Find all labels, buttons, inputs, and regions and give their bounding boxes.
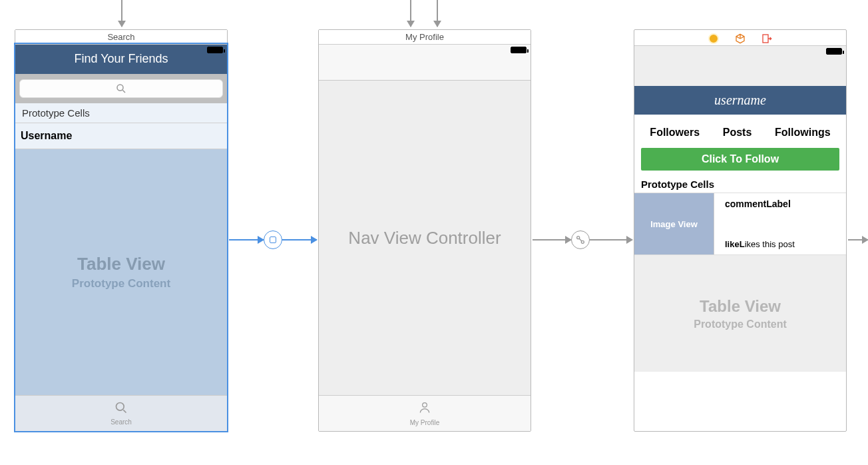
username-title: username [714, 93, 766, 107]
segue-arrow-down-1 [121, 0, 122, 27]
scene-my-profile-content[interactable]: Nav View Controller My Profile [319, 44, 531, 431]
segue-node-2[interactable] [571, 231, 590, 249]
nav-view-controller-label: Nav View Controller [319, 81, 531, 395]
battery-icon [826, 48, 842, 55]
image-view-placeholder: Image View [634, 193, 714, 254]
storyboard-canvas[interactable]: Search Find Your Friends Prototype Cells… [0, 0, 868, 465]
battery-icon [207, 47, 223, 53]
table-view-placeholder: Table View Prototype Content [634, 255, 846, 372]
nav-bar-plain [319, 45, 531, 81]
posts-label[interactable]: Posts [723, 127, 752, 139]
segue-arrow-1-right [282, 239, 317, 240]
segue-arrow-2-left [533, 239, 571, 240]
stats-row: Followers Posts Followings [634, 115, 846, 148]
table-view-placeholder: Table View Prototype Content [15, 149, 227, 395]
present-modally-icon [270, 236, 276, 243]
nav-bar-username: username [634, 86, 846, 115]
likes-row: likeLikes this post [725, 239, 841, 249]
profile-tab-label: My Profile [410, 419, 439, 426]
likes-count-label: likeL [725, 239, 745, 249]
tableview-subtitle: Prototype Content [694, 318, 787, 330]
svg-point-0 [117, 85, 123, 91]
tab-bar[interactable]: My Profile [319, 395, 531, 431]
tableview-title: Table View [77, 254, 165, 274]
segue-node-1[interactable] [264, 231, 282, 249]
svg-point-4 [423, 403, 427, 408]
search-tab-label: Search [110, 418, 132, 426]
svg-point-2 [116, 403, 124, 411]
exit-icon[interactable] [761, 33, 772, 44]
profile-tab-icon [418, 400, 431, 418]
scene-user-profile-content[interactable]: username Followers Posts Followings Clic… [634, 45, 846, 431]
profile-header-area: Followers Posts Followings Click To Foll… [634, 115, 846, 255]
scene-title-search: Search [15, 30, 227, 44]
scene-my-profile[interactable]: My Profile Nav View Controller My Profil… [318, 29, 531, 432]
segue-arrow-3-out [848, 239, 868, 240]
top-class-badges [634, 30, 846, 45]
comment-label: commentLabel [725, 199, 841, 209]
followers-label[interactable]: Followers [650, 127, 700, 139]
segue-arrow-1-left [229, 239, 264, 240]
post-cell-content: commentLabel likeLikes this post [714, 193, 846, 254]
post-cell[interactable]: Image View commentLabel likeLikes this p… [634, 193, 846, 255]
battery-icon [511, 47, 527, 53]
svg-line-1 [122, 90, 125, 93]
scene-search-content[interactable]: Find Your Friends Prototype Cells Userna… [15, 44, 227, 431]
scene-user-profile[interactable]: username Followers Posts Followings Clic… [634, 29, 847, 432]
search-bar-container [15, 74, 227, 103]
tableview-title: Table View [700, 297, 781, 316]
status-bar [634, 46, 846, 59]
segue-arrow-down-2 [410, 0, 411, 27]
prototype-cells-header: Prototype Cells [634, 171, 846, 193]
likes-text-label: ikes this post [745, 239, 795, 249]
svg-line-7 [579, 238, 582, 241]
nav-bar-find-friends: Find Your Friends [15, 45, 227, 74]
username-cell[interactable]: Username [15, 123, 227, 149]
nav-spacer [634, 59, 846, 86]
search-field[interactable] [19, 79, 223, 98]
tableview-subtitle: Prototype Content [72, 277, 170, 290]
segue-arrow-down-3 [437, 0, 438, 27]
prototype-cells-header: Prototype Cells [15, 103, 227, 123]
relationship-icon [575, 234, 586, 245]
first-responder-icon[interactable] [708, 33, 719, 44]
svg-line-3 [123, 410, 126, 412]
follow-button[interactable]: Click To Follow [641, 148, 839, 171]
scene-title-my-profile: My Profile [319, 30, 531, 44]
followings-label[interactable]: Followings [775, 127, 831, 139]
tab-bar[interactable]: Search [15, 395, 227, 431]
search-icon [115, 83, 127, 95]
scene-search[interactable]: Search Find Your Friends Prototype Cells… [15, 29, 228, 432]
search-tab-icon [114, 401, 128, 418]
controller-object-icon[interactable] [735, 33, 746, 44]
segue-arrow-2-right [590, 239, 632, 240]
svg-rect-8 [763, 35, 768, 43]
